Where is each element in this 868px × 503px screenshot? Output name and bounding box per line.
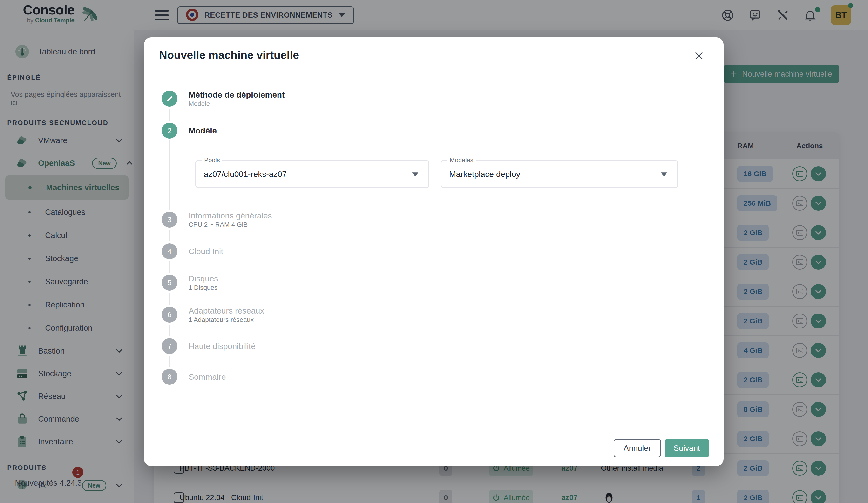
models-value: Marketplace deploy	[449, 169, 520, 179]
step-2[interactable]: 2Modèle	[162, 123, 217, 139]
new-vm-modal: Nouvelle machine virtuelle Méthode de dé…	[144, 38, 724, 466]
next-button[interactable]: Suivant	[664, 439, 709, 457]
chevron-down-icon	[661, 172, 667, 177]
step-7[interactable]: 7Haute disponibilité	[162, 338, 256, 354]
step-4[interactable]: 4Cloud Init	[162, 243, 223, 259]
step-number: 6	[162, 307, 177, 323]
models-label: Modèles	[447, 157, 476, 164]
step-8[interactable]: 8Sommaire	[162, 369, 226, 385]
pools-select[interactable]: Pools az07/clu001-reks-az07	[195, 160, 429, 188]
models-select[interactable]: Modèles Marketplace deploy	[441, 160, 678, 188]
cancel-button[interactable]: Annuler	[614, 439, 661, 457]
step-number: 2	[162, 123, 177, 139]
step-number: 4	[162, 243, 177, 259]
close-icon[interactable]	[693, 50, 705, 62]
chevron-down-icon	[412, 172, 418, 177]
step-connector	[169, 293, 170, 305]
step-number: 8	[162, 369, 177, 385]
step-connector	[169, 325, 170, 336]
step-number: 3	[162, 212, 177, 228]
step-5[interactable]: 5Disques1 Disques	[162, 275, 218, 291]
pools-value: az07/clu001-reks-az07	[204, 169, 287, 179]
pools-label: Pools	[202, 157, 222, 164]
step-1[interactable]: Méthode de déploiementModèle	[162, 91, 285, 107]
modal-title: Nouvelle machine virtuelle	[159, 49, 299, 62]
step-connector	[169, 261, 170, 273]
step-3[interactable]: 3Informations généralesCPU 2 ~ RAM 4 GiB	[162, 212, 272, 228]
step-connector	[169, 230, 170, 241]
step-number: 7	[162, 338, 177, 354]
pencil-icon	[162, 91, 177, 107]
step-connector	[169, 140, 170, 210]
divider	[144, 73, 724, 73]
step-6[interactable]: 6Adaptateurs réseaux1 Adaptateurs réseau…	[162, 307, 264, 323]
step-connector	[169, 109, 170, 121]
step-connector	[169, 356, 170, 367]
step-number: 5	[162, 275, 177, 291]
